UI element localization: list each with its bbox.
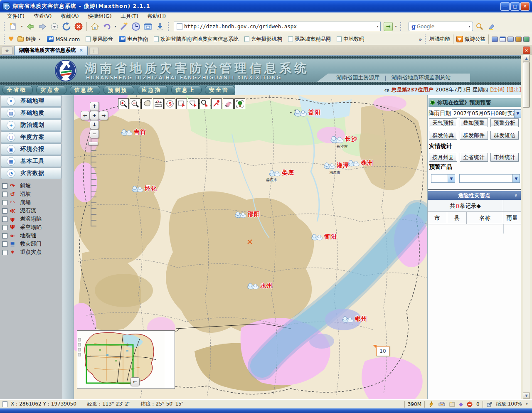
sidebar-item-basic-tools[interactable]: ▦基本工具	[1, 155, 62, 167]
sidebar-item-base-geology[interactable]: ▤基础地质	[1, 107, 62, 119]
new-page-dropdown[interactable]: ▾	[20, 25, 24, 28]
map-erase-tool[interactable]	[223, 98, 234, 109]
sidebar-item-annual-plan[interactable]: ▢年度方案	[1, 131, 62, 143]
rain-date-select[interactable]: 2007年05月05日08时实况 ▼	[452, 109, 522, 118]
boost-lightning-icon[interactable]	[428, 401, 435, 408]
city-marker-yongzhou[interactable]: 永州	[247, 282, 273, 290]
download-button[interactable]	[155, 21, 165, 32]
scroll-down-button[interactable]: ▼	[523, 392, 530, 399]
bookmark-milu[interactable]: 觅路城市精品网	[286, 35, 333, 44]
pan-right-button[interactable]: →	[99, 111, 108, 120]
map-viewport[interactable]: ? S ↑ ← + → ↓ − 吉首 益阳 长沙 娄底 湘潭 株洲 怀化 邵阳 …	[74, 95, 427, 399]
bulk-sms-button[interactable]: 群发短信	[490, 131, 519, 140]
undo-dropdown[interactable]: ▾	[113, 25, 117, 28]
zoom-resize-icon[interactable]	[486, 401, 493, 408]
new-window-icon[interactable]	[448, 401, 456, 408]
window-icon[interactable]	[500, 37, 506, 42]
city-marker-xiangtan[interactable]: 湘潭	[323, 162, 349, 169]
notepad-icon[interactable]: ◆	[459, 401, 463, 407]
layer-checkbox[interactable]	[2, 233, 7, 238]
history-clock-button[interactable]	[131, 21, 141, 32]
city-marker-loudi[interactable]: 娄底	[268, 169, 294, 177]
tab-site-query[interactable]: 灾点查询	[36, 86, 66, 94]
layer-checkbox[interactable]	[2, 241, 7, 247]
map-draw-point-tool[interactable]	[211, 98, 222, 109]
map-select-s-tool[interactable]: S	[165, 98, 175, 109]
zoom-slider-handle[interactable]	[88, 142, 98, 145]
city-marker-hengyang[interactable]: 衡阳	[311, 233, 337, 241]
notes-icon[interactable]	[507, 37, 514, 42]
pan-left-button[interactable]: ←	[81, 111, 90, 120]
city-marker-zhuzhou[interactable]: 株洲	[347, 159, 373, 167]
bookmark-zhongdi[interactable]: 中地数码	[335, 35, 366, 44]
tab-info-report[interactable]: 信息上报	[171, 86, 202, 94]
maximize-button[interactable]: ▢	[510, 2, 520, 11]
tab-info-stats[interactable]: 信息统计	[70, 86, 100, 94]
overview-map[interactable]: ✶ ←	[77, 330, 175, 389]
search-icon[interactable]	[474, 21, 485, 32]
pan-center-button[interactable]: +	[90, 111, 99, 120]
chevron-down-icon[interactable]: ▼	[448, 175, 455, 182]
new-page-button[interactable]	[8, 21, 19, 32]
layer-checkbox[interactable]	[2, 225, 7, 230]
city-marker-shaoyang[interactable]: 邵阳	[234, 211, 260, 218]
menu-favorites[interactable]: 收藏(A)	[57, 12, 82, 20]
sidebar-splitter[interactable]	[62, 95, 74, 399]
sidebar-item-prevention-plan[interactable]: +防治规划	[1, 119, 62, 131]
address-dropdown[interactable]: ▾	[376, 25, 379, 28]
history-dropdown-button[interactable]	[49, 21, 60, 32]
menu-file[interactable]: 文件(F)	[3, 12, 28, 20]
layer-checkbox[interactable]	[2, 208, 7, 214]
map-pan-tool[interactable]	[141, 98, 152, 109]
sidebar-item-base-geography[interactable]: »基础地理	[1, 95, 62, 107]
layer-checkbox[interactable]	[2, 216, 7, 222]
close-button[interactable]: ✕	[520, 2, 530, 11]
sidebar-item-disaster-data[interactable]: ◔灾害数据	[1, 167, 62, 179]
shield-icon[interactable]: ♥	[456, 36, 463, 42]
maxthon-charity-link[interactable]: 傲游公益	[465, 36, 485, 43]
link-geo-monitor-station[interactable]: 湖南省地质环境监测总站	[392, 74, 451, 81]
go-dropdown[interactable]: ▾	[394, 25, 398, 28]
bulk-fax-button[interactable]: 群发传真	[429, 131, 457, 140]
new-tab-button[interactable]: +	[89, 47, 99, 55]
city-marker-changsha[interactable]: 长沙	[330, 135, 357, 143]
city-marker-chenzhou[interactable]: 郴州	[342, 315, 367, 323]
pan-up-button[interactable]: ↑	[90, 102, 99, 111]
menu-tools[interactable]: 工具(T)	[117, 12, 142, 20]
warning-analysis-button[interactable]: 预警分析	[490, 118, 519, 127]
tab-security-mgmt[interactable]: 安全管理	[205, 86, 235, 94]
danger-sites-header[interactable]: 危险性灾害点 »	[428, 191, 521, 200]
sidebar-item-env-bulletin[interactable]: ▣环境公报	[1, 143, 62, 155]
bookmarks-overflow-chevron[interactable]: »	[419, 36, 422, 42]
zoom-dropdown[interactable]: ▾	[525, 402, 529, 406]
messenger-icon[interactable]	[492, 37, 498, 42]
zoom-slider-track[interactable]	[91, 139, 96, 226]
page-scrollbar[interactable]: ▲ ▼	[523, 55, 530, 399]
chevrons-collapse-icon[interactable]: »	[513, 194, 519, 197]
bookmark-photo[interactable]: 光年摄影机构	[242, 35, 284, 44]
map-select-rect-tool[interactable]	[176, 98, 187, 109]
city-marker-huaihua[interactable]: 怀化	[131, 185, 157, 192]
city-stats-button[interactable]: 市州统计	[490, 153, 519, 162]
city-marker-jishou[interactable]: 吉首	[121, 128, 146, 136]
menu-groups[interactable]: 快捷组(G)	[84, 12, 116, 20]
address-bar[interactable]: ▾	[174, 22, 381, 31]
stop-button[interactable]	[73, 21, 84, 32]
highlight-icon[interactable]	[486, 21, 497, 32]
overview-collapse-button[interactable]: ←	[131, 377, 140, 386]
map-zoom-in-tool[interactable]	[118, 98, 129, 109]
link-land-resources[interactable]: 湖南省国土资源厅	[336, 74, 379, 81]
overlay-warning-button[interactable]: 叠加预警	[460, 118, 488, 127]
chevron-down-icon[interactable]: ▼	[514, 110, 521, 118]
chevron-down-icon[interactable]: ▼	[512, 175, 520, 182]
province-stats-button[interactable]: 全省统计	[460, 153, 488, 162]
minimize-button[interactable]: —	[500, 2, 510, 11]
favorites-heart-icon[interactable]: ♥	[8, 35, 14, 43]
map-select-clip-tool[interactable]	[188, 98, 199, 109]
tab-province-overview[interactable]: 全省概况	[2, 86, 33, 94]
bookmark-links-folder[interactable]: 链接 ▾	[15, 35, 43, 44]
bookmark-msn[interactable]: MMSN.com	[45, 35, 82, 43]
exit-link[interactable]: [退出]	[507, 86, 521, 93]
map-select-circle-tool[interactable]	[200, 98, 210, 109]
zoom-out-step-button[interactable]: −	[90, 129, 99, 138]
